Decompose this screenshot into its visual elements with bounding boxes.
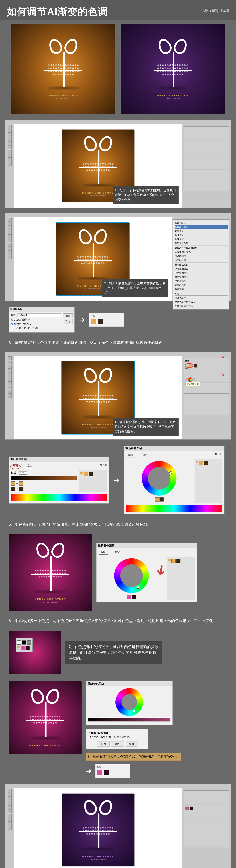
tool-icon[interactable] <box>8 390 12 394</box>
swatch[interactable] <box>160 497 164 501</box>
menu-item[interactable]: 专色... <box>175 291 228 296</box>
swatch[interactable] <box>132 595 136 599</box>
tool-icon[interactable] <box>8 235 12 238</box>
wheel-handle-b[interactable] <box>158 477 161 480</box>
color-wheel[interactable] <box>142 461 176 496</box>
tool-icon[interactable] <box>8 822 12 826</box>
tool-icon[interactable] <box>8 230 12 234</box>
ai-toolbox[interactable] <box>5 788 14 868</box>
menu-item[interactable]: 色板选项... <box>175 287 228 291</box>
yes-button[interactable]: 是(Y) <box>97 741 109 746</box>
tool-icon[interactable] <box>8 814 12 817</box>
swatch-dark-brown[interactable] <box>98 319 103 324</box>
tool-icon[interactable] <box>8 222 12 226</box>
menu-item[interactable]: 小缩览图视图 <box>175 267 228 271</box>
swatch-dark-pink[interactable] <box>104 770 109 775</box>
tool-icon[interactable] <box>8 361 12 364</box>
tab-assign[interactable]: 指定 <box>113 550 122 555</box>
tool-icon[interactable] <box>8 150 12 153</box>
tints-checkbox[interactable] <box>10 327 13 329</box>
tool-icon[interactable] <box>8 226 12 230</box>
swatches-floating[interactable] <box>15 638 33 652</box>
menu-item[interactable]: 打开色板库 <box>175 296 228 300</box>
preset-select[interactable]: 自定 <box>19 471 27 475</box>
ok-button[interactable]: 确定 <box>63 313 73 318</box>
ai-canvas[interactable]: ❄❅❄❅❄❅❄❅❄❅❄❅❄❅❄❅❄❅❄❅❄❅❄❅❄❅❄❅❄❅❄❅❄❅❄❅ MER… <box>14 788 182 868</box>
tool-icon[interactable] <box>8 373 12 377</box>
ai-menubar[interactable] <box>5 120 231 124</box>
menu-item[interactable]: 小列表视图 <box>175 279 228 283</box>
menu-item[interactable]: 合并色板 <box>175 233 228 237</box>
ai-panels[interactable] <box>182 124 231 208</box>
folder-icon[interactable] <box>168 559 171 561</box>
tab-edit[interactable]: 编辑 <box>126 453 135 458</box>
menu-item[interactable]: 添加使用的颜色 <box>175 250 228 254</box>
menu-item[interactable]: 复制色板 <box>175 229 228 233</box>
ai-panels[interactable]: 新建色板... 新建颜色组... 复制色板 合并色板 删除色板 取消色板分组 选… <box>172 217 231 301</box>
menu-item[interactable]: 大列表视图 <box>175 283 228 287</box>
ai-panels[interactable] <box>182 788 231 868</box>
swatches-panel[interactable]: 色板 a b 进入颜色组目 <box>183 358 229 382</box>
swatches-panel-result[interactable]: 色板 <box>89 313 124 327</box>
tool-icon[interactable] <box>8 385 12 390</box>
swatch-light-orange[interactable] <box>91 319 96 324</box>
menu-item[interactable]: 新建色板... <box>175 221 228 225</box>
tool-icon[interactable] <box>8 251 12 255</box>
tool-icon[interactable] <box>8 394 12 398</box>
swatch[interactable] <box>185 807 189 810</box>
color-panel[interactable] <box>183 126 229 140</box>
tool-icon[interactable] <box>8 381 12 385</box>
swatch[interactable] <box>127 595 131 599</box>
tool-icon[interactable] <box>8 146 12 149</box>
tool-icon[interactable] <box>8 801 12 805</box>
menu-item[interactable]: 选择所有未使用的色板 <box>175 246 228 250</box>
new-color[interactable] <box>19 487 24 491</box>
tool-icon[interactable] <box>8 133 12 137</box>
tab-edit[interactable]: 编辑 <box>99 550 108 555</box>
tool-icon[interactable] <box>8 239 12 242</box>
name-input[interactable] <box>18 313 61 317</box>
new-color[interactable] <box>19 482 24 486</box>
cancel-button[interactable]: 取消 <box>126 741 137 746</box>
ai-menubar[interactable] <box>5 213 231 217</box>
layers-panel[interactable] <box>183 823 229 847</box>
tool-icon[interactable] <box>8 789 12 793</box>
ai-menubar[interactable] <box>5 352 231 356</box>
tool-icon[interactable] <box>8 818 12 822</box>
tool-icon[interactable] <box>8 129 12 133</box>
menu-item[interactable]: 中缩览图视图 <box>175 271 228 275</box>
color-wheel[interactable] <box>114 558 149 593</box>
tool-icon[interactable] <box>8 255 12 259</box>
menu-item[interactable]: 显示查找栏目 <box>175 262 228 267</box>
current-color[interactable] <box>11 487 15 491</box>
swatch[interactable] <box>194 364 197 368</box>
menu-item[interactable]: 取消色板分组 <box>175 241 228 245</box>
tool-icon[interactable] <box>8 805 12 809</box>
tool-icon[interactable] <box>8 365 12 369</box>
menu-item[interactable]: 按类型排序 <box>175 258 228 262</box>
hue-slider[interactable] <box>126 505 222 512</box>
tool-icon[interactable] <box>8 826 12 830</box>
tab-assign[interactable]: 指定 <box>25 464 34 468</box>
menu-item[interactable]: 新建颜色组... <box>175 225 228 229</box>
tool-icon[interactable] <box>8 243 12 247</box>
tool-icon[interactable] <box>8 377 12 381</box>
folder-icon[interactable] <box>196 461 198 463</box>
tool-icon[interactable] <box>8 162 12 166</box>
tool-icon[interactable] <box>8 125 12 128</box>
swatch-pink[interactable] <box>97 770 102 775</box>
folder-icon[interactable] <box>80 472 83 474</box>
tool-icon[interactable] <box>8 218 12 221</box>
swatches-panel[interactable] <box>183 141 229 158</box>
tool-icon[interactable] <box>8 356 12 360</box>
swatches-panel[interactable] <box>183 805 229 823</box>
swatch[interactable] <box>155 497 159 501</box>
current-color[interactable] <box>11 482 15 486</box>
stroke-panel[interactable] <box>183 159 229 169</box>
tool-icon[interactable] <box>8 154 12 158</box>
tool-icon[interactable] <box>8 137 12 141</box>
wheel-handle-a[interactable] <box>137 586 139 589</box>
swatches-flyout-menu[interactable]: 新建色板... 新建颜色组... 复制色板 合并色板 删除色板 取消色板分组 选… <box>173 219 229 310</box>
panel-icon[interactable] <box>192 378 195 381</box>
tool-icon[interactable] <box>8 369 12 373</box>
